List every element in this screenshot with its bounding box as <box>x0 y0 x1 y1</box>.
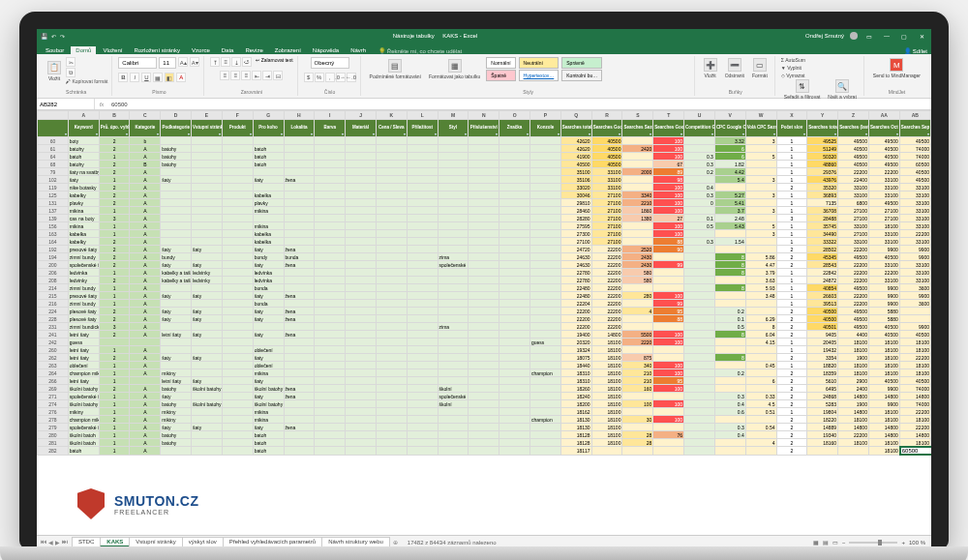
indent-dec-icon[interactable]: ⇤ <box>252 71 261 80</box>
paste-button[interactable]: 📋Vložit <box>45 60 64 82</box>
table-header[interactable]: Produkt <box>222 120 253 137</box>
col-header[interactable]: Q <box>560 111 591 120</box>
table-row[interactable]: 164kabelky2Akabelka2710027100880.31.5413… <box>38 238 931 246</box>
cut-icon[interactable]: ✂ <box>66 57 76 67</box>
table-row[interactable]: 156mikina1Amikina27595271001000.55.43513… <box>38 222 931 230</box>
table-row[interactable]: 216zimní bundy1Abunda2220422200991395132… <box>38 300 931 308</box>
fill[interactable]: ▼ Vyplnit <box>781 65 802 71</box>
table-header[interactable]: Kategorie <box>130 120 161 137</box>
sheet-nav-next-icon[interactable]: ▶ <box>55 539 60 545</box>
table-header[interactable]: Barva <box>315 120 346 137</box>
align-left-icon[interactable]: ≡ <box>220 71 229 80</box>
maximize-icon[interactable]: ▢ <box>898 33 910 40</box>
redo-icon[interactable]: ↷ <box>60 33 65 40</box>
font-color-icon[interactable]: A <box>176 73 186 82</box>
row-header[interactable]: 260 <box>38 346 69 354</box>
table-header[interactable]: Prů. úpo. vyhl./měs. <box>99 120 130 137</box>
tab-layout[interactable]: Rozložení stránky <box>129 46 185 54</box>
delete-cells[interactable]: ➖Odstranit <box>722 57 747 79</box>
tab-help[interactable]: Nápověda <box>308 46 344 54</box>
table-row[interactable]: 260letní šaty1Aoblečení19324181001194321… <box>38 346 931 354</box>
row-header[interactable]: 264 <box>38 369 69 377</box>
minimize-icon[interactable]: — <box>881 33 892 39</box>
table-header[interactable]: Searches total (last year) <box>807 120 838 137</box>
row-header[interactable]: 61 <box>38 145 69 153</box>
table-row[interactable]: 119nike botasky2A33020331001000.42353203… <box>38 184 931 192</box>
row-header[interactable]: 231 <box>38 323 69 331</box>
percent-icon[interactable]: % <box>315 73 324 82</box>
table-header[interactable]: Cena / Sleva <box>376 120 407 137</box>
col-header[interactable]: AA <box>868 111 899 120</box>
table-header[interactable]: Searches Oct 2020 Google <box>868 120 899 137</box>
col-header[interactable]: AB <box>899 111 930 120</box>
undo-icon[interactable]: ↶ <box>51 33 56 40</box>
col-header[interactable]: U <box>684 111 715 120</box>
table-header[interactable]: CPC Google CZ <box>714 120 745 137</box>
col-header[interactable]: N <box>469 111 499 120</box>
comma-icon[interactable]: , <box>325 73 335 82</box>
zoom-in-icon[interactable]: + <box>901 540 905 545</box>
cell-styles-gallery[interactable]: Normální Neutrální Správně Špatně Hypert… <box>485 57 603 81</box>
table-row[interactable]: 192prexové šaty2Ašatyšatyšatyžena2472022… <box>38 246 931 253</box>
row-header[interactable]: 279 <box>38 424 69 431</box>
table-header[interactable]: Volá CPC Seznam.cz <box>745 120 776 137</box>
row-header[interactable]: 156 <box>38 222 69 230</box>
formula-input[interactable]: 60500 <box>108 102 931 107</box>
col-header[interactable]: T <box>653 111 684 120</box>
row-header[interactable]: 278 <box>38 416 69 424</box>
wrap-text[interactable]: ↩ Zalamovat text <box>256 57 292 67</box>
row-header[interactable]: 192 <box>38 246 69 253</box>
table-row[interactable]: 102šaty1Ašatyšatyžena3510633100985.43143… <box>38 176 931 184</box>
row-header[interactable]: 262 <box>38 354 69 362</box>
merge-icon[interactable]: ⊟ <box>273 71 283 80</box>
table-row[interactable]: 208ledvinky2Akabelky a taškyledvinkyledv… <box>38 277 931 284</box>
shrink-font-icon[interactable]: A▾ <box>190 57 199 67</box>
user-avatar-icon[interactable] <box>850 32 858 40</box>
col-header[interactable]: R <box>591 111 622 120</box>
row-header[interactable]: 281 <box>38 439 69 447</box>
table-row[interactable]: 137mikina1Amikina284602710018601003.7313… <box>38 207 931 215</box>
table-header[interactable]: Searches (last year) Seznam <box>838 120 869 137</box>
table-row[interactable]: 280školní batoh1Abatohybatoh181281810028… <box>38 431 931 439</box>
send-to-mindmanager[interactable]: MSend to MindManager <box>870 57 923 79</box>
font-size-select[interactable]: 11 <box>159 57 176 69</box>
sheet-nav-first-icon[interactable]: ⏮ <box>41 539 46 545</box>
table-row[interactable]: 262letní šaty2Ašatyšatyšaty1807518100875… <box>38 354 931 362</box>
ribbon-options-icon[interactable]: ▭ <box>863 33 875 40</box>
col-header[interactable]: J <box>346 111 377 120</box>
table-row[interactable]: 279společenské šaty1Ašatyšatyšatyžena181… <box>38 424 931 431</box>
fill-color-icon[interactable]: ◧ <box>165 73 174 82</box>
row-header[interactable]: 271 <box>38 393 69 400</box>
sort-filter[interactable]: ⇅Seřadit a filtrovat <box>781 78 824 101</box>
table-row[interactable]: 64batoh1Abatohybatoh41900405001000.36515… <box>38 153 931 161</box>
table-row[interactable]: 224plesové šaty2Ašatyšatyšatyžena2220022… <box>38 308 931 315</box>
row-header[interactable]: 200 <box>38 261 69 269</box>
row-header[interactable]: 137 <box>38 207 69 215</box>
table-row[interactable]: 61batohy2Abatohybatoh4262040500242010061… <box>38 145 931 153</box>
col-header[interactable]: I <box>315 111 346 120</box>
row-header[interactable]: 131 <box>38 199 69 207</box>
row-header[interactable]: 68 <box>38 161 69 168</box>
sheet-tab[interactable]: Vstupní stránky <box>129 537 182 547</box>
copy-icon[interactable]: ⧉ <box>66 68 76 77</box>
row-header[interactable]: 125 <box>38 192 69 199</box>
row-header[interactable]: 163 <box>38 230 69 238</box>
table-header[interactable]: Searches Seznam.cz <box>622 120 653 137</box>
col-header[interactable]: X <box>776 111 807 120</box>
table-header[interactable]: Podkategorie <box>161 120 192 137</box>
row-header[interactable]: 194 <box>38 253 69 261</box>
border-icon[interactable]: ▦ <box>153 73 163 82</box>
align-center-icon[interactable]: ≡ <box>230 71 240 80</box>
table-row[interactable]: 264champion mikina1Amikinymikinachampion… <box>38 369 931 377</box>
row-header[interactable]: 280 <box>38 431 69 439</box>
tab-review[interactable]: Revize <box>240 46 267 54</box>
new-sheet-icon[interactable]: ⊕ <box>389 539 402 545</box>
row-header[interactable]: 266 <box>38 377 69 385</box>
zoom-out-icon[interactable]: − <box>842 540 846 545</box>
sheet-tab[interactable]: Návrh struktury webu <box>321 537 390 547</box>
conditional-formatting[interactable]: ▤Podmíněné formátování <box>367 58 424 80</box>
table-row[interactable]: 194zimní bundy2Abundybundybundazima24630… <box>38 253 931 261</box>
autosum[interactable]: Σ AutoSum <box>781 57 805 63</box>
underline-icon[interactable]: U <box>141 73 151 82</box>
view-page-icon[interactable]: ▤ <box>823 539 829 545</box>
